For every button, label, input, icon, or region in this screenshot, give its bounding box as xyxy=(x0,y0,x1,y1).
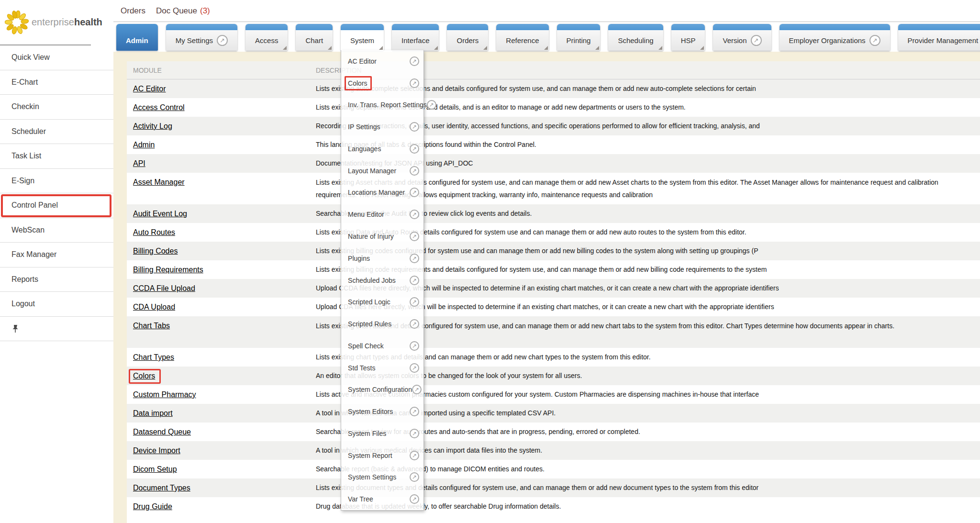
module-cell: CDA Upload xyxy=(127,298,316,316)
tab-my-settings[interactable]: My Settings ↗ xyxy=(166,24,237,51)
tab-provider-management[interactable]: Provider Management ↗ xyxy=(898,24,980,51)
tab-version[interactable]: Version ↗ xyxy=(713,24,771,51)
module-link[interactable]: Billing Requirements xyxy=(133,260,203,279)
tab-hsp[interactable]: HSP ↗ xyxy=(671,24,705,51)
module-link[interactable]: Data import xyxy=(133,404,173,423)
sidebar-item-label: Control Panel xyxy=(11,201,58,210)
tab-employer-organizations[interactable]: Employer Organizations ↗ xyxy=(780,24,890,51)
tab-printing[interactable]: Printing ↗ xyxy=(557,24,601,51)
tab-orders[interactable]: Orders ↗ xyxy=(447,24,488,51)
system-menu-item[interactable]: Scripted Logic ↗ xyxy=(341,291,423,313)
external-link-icon[interactable]: ↗ xyxy=(751,35,762,46)
sidebar-item[interactable]: Reports xyxy=(0,267,113,292)
system-menu-item[interactable]: Menu Editor ↗ xyxy=(341,203,423,225)
system-menu-item[interactable]: System Settings ↗ xyxy=(341,467,423,489)
external-link-icon[interactable]: ↗ xyxy=(410,429,419,438)
module-link[interactable]: Colors xyxy=(133,367,155,385)
module-link[interactable]: CDA Upload xyxy=(133,298,175,316)
external-link-icon[interactable]: ↗ xyxy=(412,385,422,394)
system-menu-item[interactable]: IP Settings ↗ xyxy=(341,116,423,138)
module-link[interactable]: Dicom Setup xyxy=(133,460,177,478)
module-link[interactable]: Chart Tabs xyxy=(133,316,170,335)
external-link-icon[interactable]: ↗ xyxy=(410,56,419,66)
external-link-icon[interactable]: ↗ xyxy=(410,210,419,219)
external-link-icon[interactable]: ↗ xyxy=(869,35,880,46)
module-link[interactable]: Admin xyxy=(133,135,155,154)
module-link[interactable]: Access Control xyxy=(133,98,185,117)
external-link-icon[interactable]: ↗ xyxy=(217,35,228,46)
sidebar-item-label: Quick View xyxy=(11,53,50,62)
system-menu-item[interactable]: Std Tests ↗ xyxy=(341,357,423,379)
system-menu-item[interactable]: Nature of Injury ↗ xyxy=(341,225,423,247)
external-link-icon[interactable]: ↗ xyxy=(410,276,419,285)
system-menu-item[interactable]: Colors ↗ xyxy=(341,72,423,94)
system-menu-item[interactable]: Layout Manager ↗ xyxy=(341,160,423,182)
system-menu-item[interactable]: Locations Manager ↗ xyxy=(341,182,423,204)
external-link-icon[interactable]: ↗ xyxy=(410,319,419,329)
module-link[interactable]: Activity Log xyxy=(133,117,172,135)
tab-scheduling[interactable]: Scheduling ↗ xyxy=(608,24,663,51)
external-link-icon[interactable]: ↗ xyxy=(410,472,419,482)
system-menu-item[interactable]: System Report ↗ xyxy=(341,445,423,467)
system-menu-item[interactable]: System Configuration ↗ xyxy=(341,378,423,401)
system-menu-item[interactable]: Spell Check ↗ xyxy=(341,335,423,357)
external-link-icon[interactable]: ↗ xyxy=(410,188,419,197)
breadcrumb-doc-queue[interactable]: Doc Queue xyxy=(156,6,197,16)
sidebar-pin-toggle[interactable] xyxy=(0,317,113,342)
system-menu-item-label: IP Settings xyxy=(348,123,380,131)
breadcrumb-orders[interactable]: Orders xyxy=(121,6,145,16)
external-link-icon[interactable]: ↗ xyxy=(410,122,419,132)
system-menu-item[interactable]: Inv. Trans. Report Settings ↗ xyxy=(341,94,423,116)
external-link-icon[interactable]: ↗ xyxy=(410,363,419,373)
tab-interface[interactable]: Interface ↗ xyxy=(392,24,439,51)
module-link[interactable]: API xyxy=(133,154,145,173)
external-link-icon[interactable]: ↗ xyxy=(410,451,419,460)
module-cell: Access Control xyxy=(127,98,316,117)
module-link[interactable]: Asset Manager xyxy=(133,173,185,191)
external-link-icon[interactable]: ↗ xyxy=(410,254,419,263)
sidebar-item[interactable]: E-Sign xyxy=(0,169,113,194)
system-menu-item[interactable]: Scripted Rules ↗ xyxy=(341,313,423,335)
external-link-icon[interactable]: ↗ xyxy=(410,494,419,504)
external-link-icon[interactable]: ↗ xyxy=(410,341,419,351)
external-link-icon[interactable]: ↗ xyxy=(410,407,419,416)
sidebar-item[interactable]: Control Panel xyxy=(0,193,113,218)
module-link[interactable]: Billing Codes xyxy=(133,242,178,260)
external-link-icon[interactable]: ↗ xyxy=(410,297,419,307)
sidebar-item[interactable]: Scheduler xyxy=(0,120,113,145)
system-menu-item[interactable]: Var Tree ↗ xyxy=(341,488,423,510)
system-menu-item[interactable]: AC Editor ↗ xyxy=(341,50,423,72)
tab-admin[interactable]: Admin ↗ xyxy=(116,24,158,51)
sidebar-item[interactable]: Checkin xyxy=(0,95,113,120)
sidebar-item[interactable]: Fax Manager xyxy=(0,243,113,267)
system-menu-item[interactable]: Plugins ↗ xyxy=(341,247,423,269)
module-link[interactable]: Device Import xyxy=(133,441,180,460)
tab-access[interactable]: Access ↗ xyxy=(245,24,288,51)
module-link[interactable]: Chart Types xyxy=(133,348,174,367)
sidebar-item[interactable]: Logout xyxy=(0,292,113,317)
module-link[interactable]: AC Editor xyxy=(133,79,166,98)
module-link[interactable]: Auto Routes xyxy=(133,223,175,242)
module-link[interactable]: Audit Event Log xyxy=(133,204,187,223)
sidebar-item[interactable]: WebScan xyxy=(0,218,113,243)
module-link[interactable]: CCDA File Upload xyxy=(133,279,195,298)
external-link-icon[interactable]: ↗ xyxy=(410,166,419,176)
sidebar-item[interactable]: Quick View xyxy=(0,45,113,70)
tab-system[interactable]: System ↗ xyxy=(341,24,384,51)
sidebar-item[interactable]: Task List xyxy=(0,144,113,169)
sidebar-item[interactable]: E-Chart xyxy=(0,70,113,95)
module-link[interactable]: Custom Pharmacy xyxy=(133,385,196,404)
module-link[interactable]: Drug Guide xyxy=(133,497,172,516)
system-menu-item[interactable]: Languages ↗ xyxy=(341,138,423,160)
tab-reference[interactable]: Reference ↗ xyxy=(496,24,548,51)
external-link-icon[interactable]: ↗ xyxy=(410,144,419,154)
module-cell: Device Import xyxy=(127,441,316,460)
module-link[interactable]: Datasend Queue xyxy=(133,423,191,441)
system-menu-item[interactable]: System Editors ↗ xyxy=(341,401,423,423)
system-menu-item[interactable]: System Files ↗ xyxy=(341,423,423,445)
external-link-icon[interactable]: ↗ xyxy=(410,232,419,241)
module-link[interactable]: Document Types xyxy=(133,478,190,497)
tab-chart[interactable]: Chart ↗ xyxy=(296,24,333,51)
external-link-icon[interactable]: ↗ xyxy=(410,78,419,88)
system-menu-item[interactable]: Scheduled Jobs ↗ xyxy=(341,269,423,291)
